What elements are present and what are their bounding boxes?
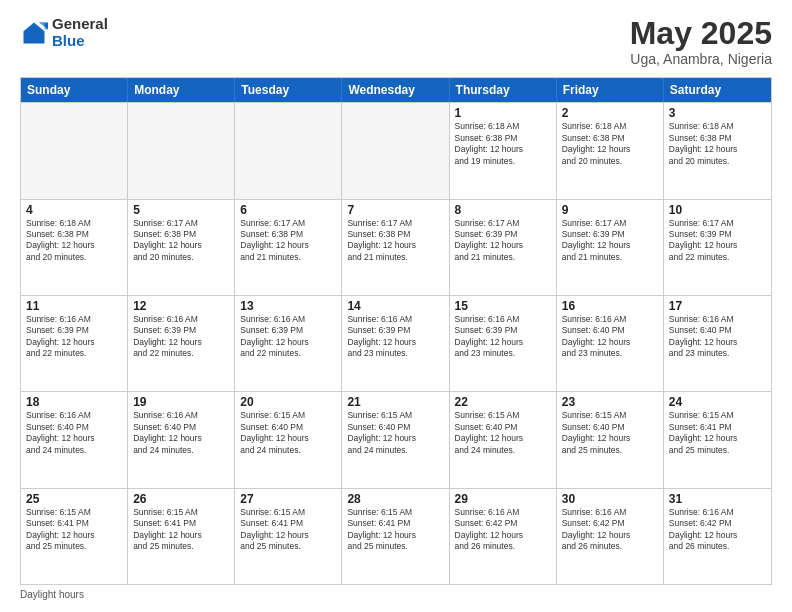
cell-info: Sunrise: 6:16 AM Sunset: 6:42 PM Dayligh… [562,507,658,553]
cal-cell: 3Sunrise: 6:18 AM Sunset: 6:38 PM Daylig… [664,103,771,198]
day-number: 13 [240,299,336,313]
cal-cell: 4Sunrise: 6:18 AM Sunset: 6:38 PM Daylig… [21,200,128,295]
cal-cell: 30Sunrise: 6:16 AM Sunset: 6:42 PM Dayli… [557,489,664,584]
cal-cell: 25Sunrise: 6:15 AM Sunset: 6:41 PM Dayli… [21,489,128,584]
cal-cell: 18Sunrise: 6:16 AM Sunset: 6:40 PM Dayli… [21,392,128,487]
logo: General Blue [20,16,108,49]
cell-info: Sunrise: 6:15 AM Sunset: 6:40 PM Dayligh… [455,410,551,456]
cal-header-day: Friday [557,78,664,102]
day-number: 14 [347,299,443,313]
cell-info: Sunrise: 6:18 AM Sunset: 6:38 PM Dayligh… [562,121,658,167]
title-block: May 2025 Uga, Anambra, Nigeria [630,16,772,67]
cell-info: Sunrise: 6:18 AM Sunset: 6:38 PM Dayligh… [26,218,122,264]
cal-cell [235,103,342,198]
day-number: 28 [347,492,443,506]
day-number: 2 [562,106,658,120]
day-number: 19 [133,395,229,409]
day-number: 31 [669,492,766,506]
cal-cell: 14Sunrise: 6:16 AM Sunset: 6:39 PM Dayli… [342,296,449,391]
cal-cell: 13Sunrise: 6:16 AM Sunset: 6:39 PM Dayli… [235,296,342,391]
cal-cell: 19Sunrise: 6:16 AM Sunset: 6:40 PM Dayli… [128,392,235,487]
cell-info: Sunrise: 6:15 AM Sunset: 6:41 PM Dayligh… [347,507,443,553]
cal-header-day: Thursday [450,78,557,102]
cell-info: Sunrise: 6:17 AM Sunset: 6:39 PM Dayligh… [562,218,658,264]
cal-week-row: 18Sunrise: 6:16 AM Sunset: 6:40 PM Dayli… [21,391,771,487]
day-number: 6 [240,203,336,217]
calendar-header: SundayMondayTuesdayWednesdayThursdayFrid… [21,78,771,102]
cell-info: Sunrise: 6:17 AM Sunset: 6:39 PM Dayligh… [455,218,551,264]
day-number: 26 [133,492,229,506]
main-title: May 2025 [630,16,772,51]
cell-info: Sunrise: 6:18 AM Sunset: 6:38 PM Dayligh… [669,121,766,167]
day-number: 3 [669,106,766,120]
day-number: 17 [669,299,766,313]
cal-header-day: Tuesday [235,78,342,102]
cell-info: Sunrise: 6:16 AM Sunset: 6:39 PM Dayligh… [347,314,443,360]
day-number: 27 [240,492,336,506]
header: General Blue May 2025 Uga, Anambra, Nige… [20,16,772,67]
cal-cell: 22Sunrise: 6:15 AM Sunset: 6:40 PM Dayli… [450,392,557,487]
cal-week-row: 4Sunrise: 6:18 AM Sunset: 6:38 PM Daylig… [21,199,771,295]
cal-cell: 1Sunrise: 6:18 AM Sunset: 6:38 PM Daylig… [450,103,557,198]
cell-info: Sunrise: 6:15 AM Sunset: 6:40 PM Dayligh… [562,410,658,456]
cell-info: Sunrise: 6:16 AM Sunset: 6:40 PM Dayligh… [669,314,766,360]
cal-cell: 11Sunrise: 6:16 AM Sunset: 6:39 PM Dayli… [21,296,128,391]
cell-info: Sunrise: 6:16 AM Sunset: 6:39 PM Dayligh… [240,314,336,360]
day-number: 9 [562,203,658,217]
cal-cell: 2Sunrise: 6:18 AM Sunset: 6:38 PM Daylig… [557,103,664,198]
day-number: 23 [562,395,658,409]
day-number: 21 [347,395,443,409]
day-number: 10 [669,203,766,217]
cell-info: Sunrise: 6:15 AM Sunset: 6:41 PM Dayligh… [240,507,336,553]
cell-info: Sunrise: 6:15 AM Sunset: 6:41 PM Dayligh… [669,410,766,456]
calendar: SundayMondayTuesdayWednesdayThursdayFrid… [20,77,772,585]
cal-cell: 9Sunrise: 6:17 AM Sunset: 6:39 PM Daylig… [557,200,664,295]
logo-blue-text: Blue [52,33,108,50]
day-number: 16 [562,299,658,313]
cal-week-row: 25Sunrise: 6:15 AM Sunset: 6:41 PM Dayli… [21,488,771,584]
cal-cell: 17Sunrise: 6:16 AM Sunset: 6:40 PM Dayli… [664,296,771,391]
cal-cell: 28Sunrise: 6:15 AM Sunset: 6:41 PM Dayli… [342,489,449,584]
calendar-body: 1Sunrise: 6:18 AM Sunset: 6:38 PM Daylig… [21,102,771,584]
cal-week-row: 1Sunrise: 6:18 AM Sunset: 6:38 PM Daylig… [21,102,771,198]
cell-info: Sunrise: 6:16 AM Sunset: 6:40 PM Dayligh… [133,410,229,456]
cal-cell: 20Sunrise: 6:15 AM Sunset: 6:40 PM Dayli… [235,392,342,487]
cal-cell: 31Sunrise: 6:16 AM Sunset: 6:42 PM Dayli… [664,489,771,584]
day-number: 15 [455,299,551,313]
svg-marker-0 [24,22,45,43]
cell-info: Sunrise: 6:17 AM Sunset: 6:38 PM Dayligh… [347,218,443,264]
cal-cell [21,103,128,198]
cell-info: Sunrise: 6:17 AM Sunset: 6:39 PM Dayligh… [669,218,766,264]
day-number: 5 [133,203,229,217]
cal-cell: 24Sunrise: 6:15 AM Sunset: 6:41 PM Dayli… [664,392,771,487]
day-number: 12 [133,299,229,313]
footer-note: Daylight hours [20,589,772,600]
cal-header-day: Sunday [21,78,128,102]
cal-cell: 6Sunrise: 6:17 AM Sunset: 6:38 PM Daylig… [235,200,342,295]
cell-info: Sunrise: 6:15 AM Sunset: 6:40 PM Dayligh… [347,410,443,456]
cal-cell: 15Sunrise: 6:16 AM Sunset: 6:39 PM Dayli… [450,296,557,391]
cell-info: Sunrise: 6:16 AM Sunset: 6:39 PM Dayligh… [133,314,229,360]
cal-cell: 27Sunrise: 6:15 AM Sunset: 6:41 PM Dayli… [235,489,342,584]
subtitle: Uga, Anambra, Nigeria [630,51,772,67]
cal-header-day: Saturday [664,78,771,102]
cal-cell [342,103,449,198]
cal-cell: 10Sunrise: 6:17 AM Sunset: 6:39 PM Dayli… [664,200,771,295]
cal-cell: 16Sunrise: 6:16 AM Sunset: 6:40 PM Dayli… [557,296,664,391]
day-number: 25 [26,492,122,506]
cal-header-day: Wednesday [342,78,449,102]
cal-cell [128,103,235,198]
day-number: 20 [240,395,336,409]
cal-cell: 5Sunrise: 6:17 AM Sunset: 6:38 PM Daylig… [128,200,235,295]
cell-info: Sunrise: 6:16 AM Sunset: 6:39 PM Dayligh… [455,314,551,360]
cell-info: Sunrise: 6:16 AM Sunset: 6:42 PM Dayligh… [455,507,551,553]
day-number: 4 [26,203,122,217]
cell-info: Sunrise: 6:17 AM Sunset: 6:38 PM Dayligh… [240,218,336,264]
cell-info: Sunrise: 6:15 AM Sunset: 6:40 PM Dayligh… [240,410,336,456]
day-number: 18 [26,395,122,409]
logo-icon [20,19,48,47]
cal-cell: 12Sunrise: 6:16 AM Sunset: 6:39 PM Dayli… [128,296,235,391]
day-number: 29 [455,492,551,506]
logo-general-text: General [52,16,108,33]
day-number: 30 [562,492,658,506]
